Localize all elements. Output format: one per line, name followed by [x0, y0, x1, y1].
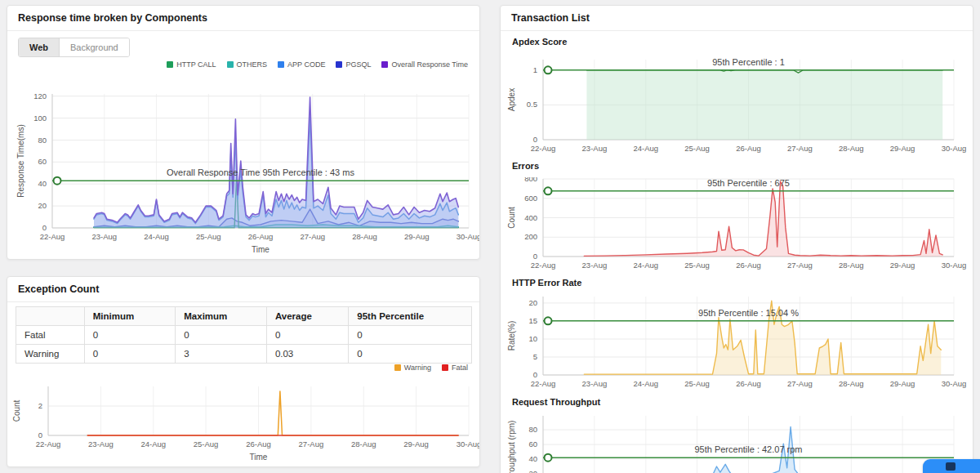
svg-text:26-Aug: 26-Aug [736, 261, 761, 270]
svg-text:10: 10 [528, 334, 537, 343]
svg-text:24-Aug: 24-Aug [144, 232, 169, 241]
svg-text:0.5: 0.5 [527, 100, 537, 109]
exception-count-panel-title: Exception Count [7, 277, 479, 302]
apdex-score-chart[interactable]: 22-Aug23-Aug24-Aug25-Aug26-Aug27-Aug28-A… [501, 51, 973, 161]
svg-text:20: 20 [528, 298, 537, 307]
response-time-chart[interactable]: 22-Aug23-Aug24-Aug25-Aug26-Aug27-Aug28-A… [7, 84, 479, 259]
svg-text:2: 2 [38, 401, 42, 410]
series-line-warning [87, 391, 458, 435]
svg-text:600: 600 [524, 194, 537, 203]
table-cell: 0 [266, 326, 348, 345]
svg-text:29-Aug: 29-Aug [890, 379, 915, 388]
svg-text:26-Aug: 26-Aug [736, 379, 761, 388]
legend-item[interactable]: Warning [394, 364, 431, 372]
percentile-label: 95th Percentile : 42.07 rpm [694, 444, 802, 454]
svg-text:23-Aug: 23-Aug [582, 379, 608, 388]
table-header-cell [16, 307, 85, 326]
svg-text:23-Aug: 23-Aug [582, 144, 608, 153]
legend-swatch-icon [394, 364, 401, 371]
table-cell: 0.03 [266, 345, 348, 364]
legend-swatch-icon [167, 61, 173, 68]
svg-text:60: 60 [528, 440, 537, 448]
table-row: Warning030.030 [16, 345, 472, 364]
errors-chart[interactable]: 22-Aug23-Aug24-Aug25-Aug26-Aug27-Aug28-A… [501, 177, 973, 275]
response-time-panel: Response time broken by Components WebBa… [7, 5, 480, 260]
legend-item[interactable]: OTHERS [227, 60, 268, 69]
svg-text:15: 15 [528, 316, 537, 325]
svg-text:30-Aug: 30-Aug [942, 261, 967, 270]
chart-svg: 22-Aug23-Aug24-Aug25-Aug26-Aug27-Aug28-A… [7, 382, 479, 463]
svg-text:27-Aug: 27-Aug [299, 440, 324, 448]
request-throughput-chart[interactable]: 22-Aug23-Aug24-Aug25-Aug26-Aug27-Aug28-A… [501, 413, 973, 473]
table-cell: Warning [16, 345, 85, 364]
exception-stats-table: MinimumMaximumAverage95th PercentileFata… [16, 306, 472, 364]
table-header-cell: 95th Percentile [349, 307, 472, 326]
exception-legend: WarningFatal [394, 364, 468, 372]
svg-text:Time: Time [250, 453, 268, 462]
table-header-cell: Minimum [84, 307, 176, 326]
legend-label: Overall Response Time [391, 60, 468, 69]
legend-item[interactable]: PGSQL [336, 60, 371, 69]
svg-text:120: 120 [33, 91, 47, 100]
svg-text:Apdex: Apdex [507, 88, 516, 111]
svg-text:Time: Time [252, 245, 270, 254]
legend-swatch-icon [227, 61, 234, 68]
svg-text:Count: Count [507, 207, 516, 229]
svg-text:22-Aug: 22-Aug [36, 440, 61, 448]
svg-text:5: 5 [533, 352, 537, 361]
legend-label: Warning [404, 364, 431, 372]
table-header-cell: Average [266, 307, 348, 326]
chart-svg: 22-Aug23-Aug24-Aug25-Aug26-Aug27-Aug28-A… [501, 293, 973, 391]
axes: 22-Aug23-Aug24-Aug25-Aug26-Aug27-Aug28-A… [12, 386, 479, 462]
svg-text:0: 0 [533, 252, 537, 261]
chart-svg: 22-Aug23-Aug24-Aug25-Aug26-Aug27-Aug28-A… [501, 413, 973, 473]
legend-item[interactable]: APP CODE [278, 60, 325, 69]
svg-text:29-Aug: 29-Aug [403, 440, 429, 448]
table-cell: Fatal [16, 326, 85, 345]
chart-svg: 22-Aug23-Aug24-Aug25-Aug26-Aug27-Aug28-A… [7, 84, 479, 259]
svg-text:28-Aug: 28-Aug [839, 144, 864, 153]
svg-text:24-Aug: 24-Aug [633, 144, 658, 153]
table-cell: 0 [84, 345, 176, 364]
svg-text:20: 20 [38, 201, 47, 210]
table-cell: 0 [176, 326, 267, 345]
svg-text:28-Aug: 28-Aug [839, 379, 864, 388]
table-cell: 0 [349, 345, 472, 364]
series-fill-errors [584, 181, 942, 257]
tab-web[interactable]: Web [19, 38, 59, 56]
svg-text:23-Aug: 23-Aug [91, 232, 117, 241]
legend-item[interactable]: Overall Response Time [381, 60, 468, 69]
svg-text:25-Aug: 25-Aug [196, 232, 221, 241]
svg-text:29-Aug: 29-Aug [890, 144, 915, 153]
http-error-rate-chart[interactable]: 22-Aug23-Aug24-Aug25-Aug26-Aug27-Aug28-A… [501, 293, 973, 391]
chat-widget-button[interactable] [923, 459, 980, 473]
legend-swatch-icon [278, 61, 284, 68]
svg-text:28-Aug: 28-Aug [839, 261, 864, 270]
legend-swatch-icon [336, 61, 342, 68]
svg-text:22-Aug: 22-Aug [40, 232, 65, 241]
percentile-label: 95th Percentile : 15.04 % [698, 308, 799, 318]
components-legend: HTTP CALLOTHERSAPP CODEPGSQLOverall Resp… [167, 60, 468, 69]
svg-text:400: 400 [524, 213, 537, 222]
legend-item[interactable]: Fatal [442, 364, 468, 372]
svg-text:0: 0 [533, 135, 537, 144]
legend-item[interactable]: HTTP CALL [167, 60, 216, 69]
svg-text:27-Aug: 27-Aug [787, 379, 813, 388]
svg-text:25-Aug: 25-Aug [684, 261, 710, 270]
table-header-cell: Maximum [176, 307, 267, 326]
svg-text:26-Aug: 26-Aug [248, 232, 274, 241]
svg-text:60: 60 [38, 157, 47, 166]
legend-label: Fatal [452, 364, 468, 372]
svg-text:0: 0 [42, 223, 47, 232]
exception-count-chart[interactable]: 22-Aug23-Aug24-Aug25-Aug26-Aug27-Aug28-A… [7, 382, 479, 463]
svg-text:800: 800 [524, 177, 537, 183]
svg-text:29-Aug: 29-Aug [890, 261, 915, 270]
response-time-panel-title: Response time broken by Components [7, 6, 479, 31]
tab-background[interactable]: Background [59, 38, 129, 56]
svg-text:Throughput (rpm): Throughput (rpm) [507, 421, 516, 473]
svg-text:0: 0 [38, 431, 42, 440]
transaction-list-panel-title: Transaction List [501, 6, 973, 31]
http-error-rate-title: HTTP Error Rate [512, 278, 581, 288]
web-background-tabs: WebBackground [18, 38, 130, 57]
legend-label: HTTP CALL [176, 60, 216, 69]
